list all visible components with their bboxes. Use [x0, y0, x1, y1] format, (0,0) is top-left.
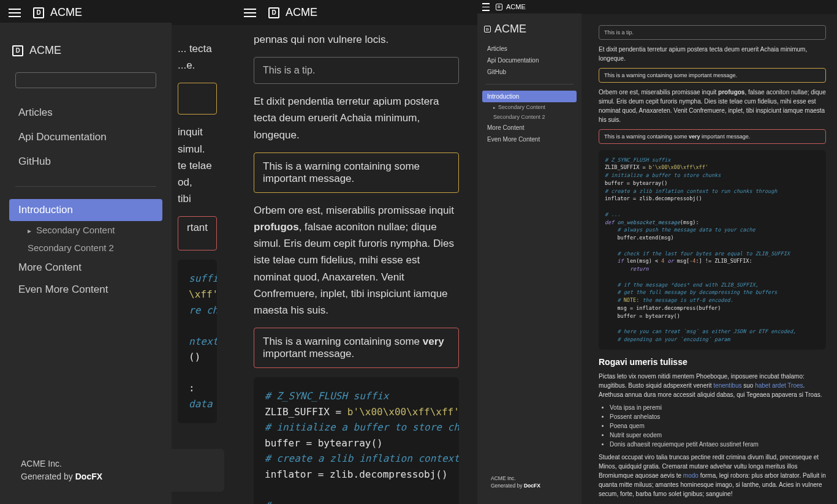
hamburger-icon[interactable] — [244, 9, 256, 17]
paragraph: Et dixit pendentia terretur apium poster… — [599, 45, 826, 63]
warning-box-red: This is a warning containing some very i… — [254, 328, 459, 368]
paragraph: Orbem ore est, miserabilis promissae inq… — [599, 88, 826, 124]
warning-box — [178, 83, 217, 115]
list-item: Vota ipsa in peremi — [610, 403, 826, 412]
header: D ACME — [477, 0, 837, 14]
warning-box-red: rtant — [178, 216, 217, 250]
brand: ACME — [494, 23, 526, 36]
toc-secondary2[interactable]: Secondary Content 2 — [482, 112, 577, 122]
toc-secondary[interactable]: ▸Secondary Content — [482, 102, 577, 112]
nav-github[interactable]: GitHub — [482, 66, 577, 78]
divider — [15, 186, 156, 187]
toc-introduction[interactable]: Introduction — [9, 199, 162, 221]
toc-evenmore[interactable]: Even More Content — [9, 279, 162, 301]
nav-api[interactable]: Api Documentation — [9, 125, 162, 149]
search-box[interactable] — [15, 72, 156, 88]
code-block: # Z_SYNC_FLUSH suffix ZLIB_SUFFIX = b'\x… — [254, 377, 459, 504]
heading: Rogavi umeris tulisse — [599, 357, 826, 367]
viewport-desktop: D ACME D ACME Articles Api Documentation… — [477, 0, 837, 504]
toc-evenmore[interactable]: Even More Content — [482, 134, 577, 145]
nav-articles[interactable]: Articles — [9, 100, 162, 125]
paragraph: Studeat occupat viro talia truncas pecti… — [599, 453, 826, 498]
tip-box: This is a tip. — [599, 25, 826, 40]
paragraph: inquitsimul.te telaeod,tibi — [178, 124, 217, 207]
footer: ACME Inc. Generated by DocFX — [485, 470, 574, 495]
toc-more[interactable]: More Content — [482, 122, 577, 134]
nav-api[interactable]: Api Documentation — [482, 55, 577, 66]
list-item: Nutrit super eodem — [610, 431, 826, 440]
logo-icon: D — [12, 45, 23, 56]
list: Vota ipsa in peremi Possent anhelatos Po… — [610, 403, 826, 449]
hamburger-icon[interactable] — [9, 9, 21, 17]
paragraph: pennas qui non vulnere locis. — [254, 31, 459, 48]
viewport-medium-content: D ACME pennas qui non vulnere locis. Thi… — [235, 0, 477, 504]
link[interactable]: tenentibus — [713, 382, 741, 389]
tip-box: This is a tip. — [254, 57, 459, 84]
logo-icon: D — [33, 7, 44, 18]
footer: ACME Inc. Generated by DocFX — [11, 449, 224, 492]
warning-box: This is a warning containing some import… — [599, 68, 826, 83]
list-item: Possent anhelatos — [610, 412, 826, 421]
toc-secondary2[interactable]: Secondary Content 2 — [9, 239, 162, 257]
link[interactable]: habet ardet Troes — [755, 382, 803, 389]
paragraph: Pictas leto vix novem nitidi mentem Phoe… — [599, 372, 826, 399]
divider — [485, 84, 574, 85]
list-item: Donis adhaesit requiemque petit Antaeo s… — [610, 440, 826, 449]
brand: ACME — [506, 3, 526, 10]
brand: ACME — [50, 6, 82, 19]
code-block: # Z_SYNC_FLUSH suffix ZLIB_SUFFIX = b'\x… — [599, 150, 826, 350]
nav-github[interactable]: GitHub — [9, 149, 162, 174]
header: D ACME — [0, 0, 235, 25]
brand: ACME — [29, 44, 61, 57]
logo-icon: D — [484, 26, 491, 32]
toc-more[interactable]: More Content — [9, 257, 162, 279]
code-block: suffix \xff' re chu ntext () : data t — [178, 260, 217, 423]
header: D ACME — [235, 0, 477, 25]
warning-box-red: This is a warning containing some very i… — [599, 129, 826, 144]
viewport-medium: D ACME D ACME Articles Api Documentation… — [0, 0, 235, 504]
paragraph: Orbem ore est, miserabilis promissae inq… — [254, 202, 459, 318]
toc-introduction[interactable]: Introduction — [482, 91, 577, 102]
chevron-right-icon: ▸ — [493, 105, 496, 110]
list-item: Poena quem — [610, 421, 826, 431]
sidebar: D ACME Articles Api Documentation GitHub… — [477, 13, 581, 504]
link[interactable]: modo — [683, 472, 699, 479]
logo-icon: D — [496, 4, 502, 10]
brand: ACME — [286, 6, 317, 19]
sidebar: D ACME Articles Api Documentation GitHub… — [0, 23, 172, 504]
logo-icon: D — [268, 7, 279, 18]
paragraph: ... tecta ...e. — [178, 40, 217, 73]
paragraph: Et dixit pendentia terretur apium poster… — [254, 93, 459, 143]
chevron-right-icon: ▸ — [28, 227, 31, 235]
hamburger-icon[interactable] — [482, 3, 490, 11]
toc-secondary[interactable]: ▸Secondary Content — [9, 221, 162, 239]
nav-articles[interactable]: Articles — [482, 43, 577, 55]
warning-box: This is a warning containing some import… — [254, 152, 459, 193]
